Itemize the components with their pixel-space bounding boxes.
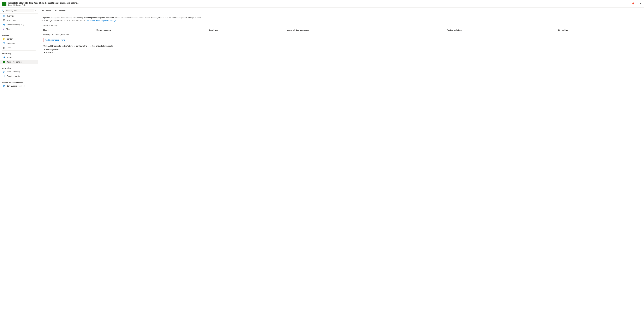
identity-icon [3, 38, 5, 40]
more-icon[interactable]: ··· [636, 3, 638, 5]
table-row-no-settings: No diagnostic settings defined [42, 32, 640, 37]
iam-icon [3, 24, 5, 26]
diagnostic-icon [3, 61, 5, 63]
col-log-analytics: Log Analytics workspace [285, 28, 445, 32]
divider-support [2, 79, 36, 79]
sidebar-item-label: Metrics [6, 56, 12, 59]
refresh-label: Refresh [45, 10, 51, 12]
title-bar: topic01stg-811a624a-8a77-437e-89de-dfeb5… [0, 0, 644, 8]
metrics-icon [3, 56, 5, 59]
collapse-icon[interactable]: « [35, 9, 36, 12]
sidebar-item-label: Properties [6, 42, 15, 44]
sidebar-item-diagnostic[interactable]: Diagnostic settings [0, 60, 38, 64]
svg-rect-18 [4, 57, 5, 58]
sidebar-item-label: New Support Request [6, 85, 25, 87]
diagnostic-table: Name Storage account Event hub Log Analy… [42, 28, 640, 37]
tasks-icon [3, 71, 5, 73]
svg-rect-1 [3, 15, 4, 16]
overview-icon [3, 15, 5, 17]
export-icon [3, 75, 5, 77]
description-text: Diagnostic settings are used to configur… [42, 17, 202, 22]
sidebar-item-label: Activity log [6, 19, 16, 21]
support-icon [3, 85, 5, 87]
search-input[interactable] [5, 9, 34, 12]
sidebar-item-overview[interactable]: Overview [0, 14, 38, 18]
divider-monitoring [2, 50, 36, 51]
title-text: topic01stg-811a624a-8a77-437e-89de-dfeb5… [8, 2, 78, 6]
sidebar-item-metrics[interactable]: Metrics [0, 55, 38, 60]
main-layout: 🔍 « Overview Activity log Access control… [0, 8, 644, 323]
sidebar: 🔍 « Overview Activity log Access control… [0, 8, 38, 323]
sidebar-item-label: Diagnostic settings [6, 61, 22, 63]
sidebar-item-label: Tags [6, 28, 10, 30]
search-bar: 🔍 « [0, 8, 38, 14]
section-settings: Settings [0, 33, 38, 37]
refresh-icon [42, 10, 44, 12]
divider-settings [2, 32, 36, 32]
col-eventhub: Event hub [207, 28, 285, 32]
divider-automation [2, 65, 36, 65]
sidebar-item-label: Access control (IAM) [6, 24, 24, 26]
refresh-button[interactable]: Refresh [40, 9, 53, 13]
main-content: Diagnostic settings are used to configur… [38, 14, 644, 56]
sidebar-item-export[interactable]: Export template [0, 74, 38, 78]
sidebar-item-properties[interactable]: Properties [0, 41, 38, 46]
no-settings-text: No diagnostic settings defined [42, 32, 640, 37]
add-diagnostic-setting-button[interactable]: + Add diagnostic setting [43, 38, 67, 42]
app-icon [2, 2, 6, 6]
learn-more-link[interactable]: Learn more about diagnostic settings [86, 20, 116, 22]
col-name: Name [42, 28, 95, 32]
content-panel: Refresh Feedback Diagnostic settings are… [38, 8, 644, 323]
title-bar-left: topic01stg-811a624a-8a77-437e-89de-dfeb5… [2, 2, 78, 6]
svg-rect-2 [4, 15, 5, 16]
toolbar: Refresh Feedback [38, 8, 644, 14]
sidebar-item-iam[interactable]: Access control (IAM) [0, 23, 38, 27]
feedback-icon [55, 10, 57, 12]
section-automation: Automation [0, 65, 38, 70]
add-setting-label: + Add diagnostic setting [45, 39, 65, 41]
locks-icon [3, 47, 5, 49]
col-partner: Partner solution [445, 28, 556, 32]
page-subtitle: Event Grid System Topic [8, 4, 78, 6]
svg-point-24 [4, 72, 4, 72]
activity-log-icon [3, 19, 5, 21]
sidebar-item-locks[interactable]: Locks [0, 46, 38, 50]
click-instructions: Click 'Add Diagnostic setting' above to … [42, 43, 640, 48]
bullet-item: DeliveryFailures [46, 48, 640, 51]
svg-rect-4 [4, 16, 5, 17]
col-edit: Edit setting [556, 28, 640, 32]
sidebar-item-label: Tasks (preview) [6, 71, 20, 73]
sidebar-item-label: Locks [6, 47, 12, 49]
sidebar-item-tasks[interactable]: Tasks (preview) [0, 70, 38, 74]
bullet-item: AllMetrics [46, 51, 640, 54]
section-monitoring: Monitoring [0, 51, 38, 55]
svg-rect-16 [3, 58, 3, 58]
svg-rect-17 [4, 57, 4, 58]
svg-point-30 [56, 10, 56, 11]
svg-point-9 [3, 24, 4, 25]
svg-rect-13 [3, 43, 4, 44]
sidebar-item-tags[interactable]: Tags [0, 27, 38, 31]
svg-rect-0 [3, 3, 6, 5]
svg-rect-15 [3, 48, 4, 49]
sidebar-item-activity-log[interactable]: Activity log [0, 18, 38, 23]
section-support: Support + troubleshooting [0, 80, 38, 84]
pin-icon[interactable]: 📌 [632, 2, 634, 5]
svg-rect-3 [3, 16, 4, 17]
svg-point-25 [4, 72, 4, 72]
svg-marker-12 [3, 38, 5, 40]
col-storage: Storage account [95, 28, 207, 32]
sidebar-item-label: Identity [6, 38, 12, 40]
page-title: topic01stg-811a624a-8a77-437e-89de-dfeb5… [8, 2, 78, 4]
sidebar-item-support[interactable]: New Support Request [0, 84, 38, 88]
diagnostic-section-title: Diagnostic settings [42, 24, 640, 27]
sidebar-item-label: Overview [6, 15, 14, 17]
search-icon: 🔍 [2, 10, 4, 12]
feedback-button[interactable]: Feedback [54, 9, 68, 13]
close-icon[interactable]: ✕ [640, 2, 642, 5]
sidebar-item-label: Export template [6, 75, 20, 77]
sidebar-item-identity[interactable]: Identity [0, 37, 38, 41]
tags-icon [3, 28, 5, 30]
properties-icon [3, 42, 5, 44]
title-actions: 📌 ··· ✕ [632, 2, 642, 5]
